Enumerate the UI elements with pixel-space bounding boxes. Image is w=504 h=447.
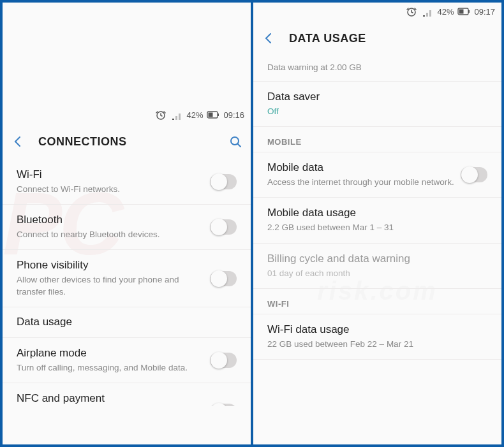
toggle-airplane[interactable] bbox=[210, 353, 237, 368]
toggle-nfc[interactable] bbox=[210, 404, 237, 406]
battery-icon bbox=[207, 109, 219, 121]
back-icon[interactable] bbox=[11, 135, 24, 148]
clock-time: 09:17 bbox=[474, 7, 495, 17]
row-subtitle: 22 GB used between Feb 22 – Mar 21 bbox=[267, 339, 487, 350]
row-title: Mobile data bbox=[267, 161, 461, 174]
page-title: DATA USAGE bbox=[289, 32, 493, 45]
section-header-mobile: MOBILE bbox=[253, 127, 501, 152]
row-title: NFC and payment bbox=[17, 392, 210, 405]
screen-data-usage: risk.com 42% 09:17 DATA USAGE Data warni… bbox=[253, 3, 501, 444]
row-data-saver[interactable]: Data saver Off bbox=[253, 82, 501, 127]
data-warning-info: Data warning at 2.00 GB bbox=[253, 56, 501, 82]
status-bar: 42% 09:16 bbox=[3, 106, 251, 124]
toggle-wifi[interactable] bbox=[210, 174, 237, 189]
screen-connections: PC 42% 09:16 CONNECTIONS Wi-Fi Connect t… bbox=[3, 3, 251, 444]
row-title: Bluetooth bbox=[17, 214, 210, 226]
alarm-icon bbox=[154, 108, 167, 121]
row-data-usage[interactable]: Data usage bbox=[3, 307, 251, 338]
row-value: Off bbox=[267, 106, 487, 117]
row-billing-cycle[interactable]: Billing cycle and data warning 01 day of… bbox=[253, 244, 501, 289]
battery-percent: 42% bbox=[186, 110, 203, 120]
toggle-mobile-data[interactable] bbox=[461, 167, 487, 182]
row-title: Wi-Fi bbox=[17, 168, 210, 181]
row-restrict-networks[interactable]: Restrict networks 0 restrictions bbox=[253, 360, 501, 368]
row-title: Phone visibility bbox=[17, 259, 210, 272]
signal-icon bbox=[171, 110, 182, 120]
status-bar: 42% 09:17 bbox=[253, 3, 501, 20]
row-title: Airplane mode bbox=[17, 347, 210, 360]
settings-list: Data warning at 2.00 GB Data saver Off M… bbox=[253, 56, 501, 368]
row-bluetooth[interactable]: Bluetooth Connect to nearby Bluetooth de… bbox=[3, 205, 251, 250]
row-mobile-data[interactable]: Mobile data Access the internet through … bbox=[253, 152, 501, 198]
row-title: Billing cycle and data warning bbox=[267, 253, 487, 265]
signal-icon bbox=[422, 6, 433, 17]
clock-time: 09:16 bbox=[223, 110, 244, 120]
row-phone-visibility[interactable]: Phone visibility Allow other devices to … bbox=[3, 250, 251, 307]
row-subtitle: Allow other devices to find your phone a… bbox=[17, 274, 210, 297]
battery-percent: 42% bbox=[437, 7, 454, 17]
section-header-wifi: WI-FI bbox=[253, 289, 501, 314]
row-subtitle: Turn off calling, messaging, and Mobile … bbox=[17, 362, 210, 374]
row-title: Data saver bbox=[267, 91, 487, 103]
alarm-icon bbox=[405, 5, 418, 18]
header: DATA USAGE bbox=[253, 20, 501, 56]
settings-list: Wi-Fi Connect to Wi-Fi networks. Bluetoo… bbox=[3, 159, 251, 406]
search-icon[interactable] bbox=[229, 135, 242, 148]
page-title: CONNECTIONS bbox=[38, 135, 215, 149]
row-subtitle: Access the internet through your mobile … bbox=[267, 177, 461, 188]
toggle-phone-visibility[interactable] bbox=[210, 271, 237, 286]
row-airplane-mode[interactable]: Airplane mode Turn off calling, messagin… bbox=[3, 338, 251, 383]
row-subtitle: 2.2 GB used between Mar 1 – 31 bbox=[267, 222, 487, 233]
back-icon[interactable] bbox=[262, 32, 275, 45]
row-mobile-data-usage[interactable]: Mobile data usage 2.2 GB used between Ma… bbox=[253, 198, 501, 243]
row-title: Wi-Fi data usage bbox=[267, 323, 487, 336]
row-subtitle: 01 day of each month bbox=[267, 268, 487, 279]
header: CONNECTIONS bbox=[3, 124, 251, 159]
row-wifi[interactable]: Wi-Fi Connect to Wi-Fi networks. bbox=[3, 159, 251, 205]
row-subtitle: Connect to nearby Bluetooth devices. bbox=[17, 229, 210, 240]
row-subtitle: Connect to Wi-Fi networks. bbox=[17, 184, 210, 195]
row-title: Mobile data usage bbox=[267, 207, 487, 219]
toggle-bluetooth[interactable] bbox=[210, 219, 237, 235]
row-wifi-data-usage[interactable]: Wi-Fi data usage 22 GB used between Feb … bbox=[253, 314, 501, 360]
row-title: Data usage bbox=[17, 316, 237, 328]
row-nfc-payment[interactable]: NFC and payment Make mobile payments, sh… bbox=[3, 383, 251, 406]
battery-icon bbox=[457, 6, 470, 17]
